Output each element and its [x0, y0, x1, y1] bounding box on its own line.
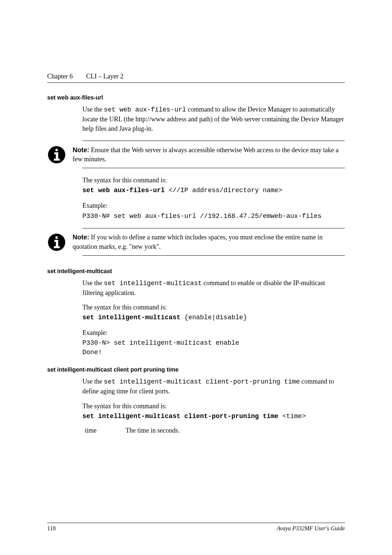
example-output: Done! — [82, 348, 345, 357]
syntax-intro: The syntax for this command is: — [82, 401, 345, 411]
note-text: Note: If you wish to define a name which… — [73, 233, 345, 251]
chapter-header: Chapter 6 CLI – Layer 2 — [47, 73, 345, 80]
example-line: P330-N> set intelligent-multicast enable — [82, 338, 345, 348]
s2-intro: Use the set intelligent-multicast comman… — [82, 278, 345, 297]
syntax-intro: The syntax for this command is: — [82, 303, 345, 312]
svg-rect-3 — [56, 153, 58, 160]
note-divider — [82, 255, 345, 256]
example-line: P330-N# set web aux-files-url //192.168.… — [82, 211, 345, 221]
syntax-line: set web aux-files-url <//IP address/dire… — [82, 186, 345, 195]
svg-rect-4 — [54, 159, 60, 161]
example-label: Example: — [82, 201, 345, 210]
syntax-intro: The syntax for this command is: — [82, 175, 345, 185]
syntax-line: set intelligent-multicast {enable|disabl… — [82, 313, 345, 322]
param-name: time — [85, 427, 97, 434]
heading-set-web-aux-files-url: set web aux-files-url — [47, 94, 345, 101]
info-icon — [47, 233, 66, 252]
heading-set-intelligent-multicast: set intelligent-multicast — [47, 268, 345, 275]
chapter-number: Chapter 6 — [47, 73, 73, 80]
guide-title: Avaya P332MF User's Guide — [277, 525, 345, 532]
svg-rect-9 — [54, 246, 60, 248]
parameter-row: time The time in seconds. — [85, 427, 345, 434]
note-divider — [82, 168, 345, 168]
page-footer: 118 Avaya P332MF User's Guide — [47, 523, 345, 532]
inline-command: set web aux-files-url — [104, 106, 186, 113]
heading-set-intelligent-multicast-client-port-pruning-time: set intelligent-multicast client port pr… — [47, 366, 345, 373]
note-block: Note: If you wish to define a name which… — [47, 228, 345, 256]
inline-command: set intelligent-multicast — [104, 280, 202, 287]
chapter-title: CLI – Layer 2 — [86, 73, 123, 80]
s3-intro: Use the set intelligent-multicast client… — [82, 377, 345, 396]
inline-command: set intelligent-multicast client-port-pr… — [104, 378, 300, 385]
param-desc: The time in seconds. — [126, 427, 180, 434]
note-block: Note: Ensure that the Web server is alwa… — [47, 141, 345, 168]
s1-intro: Use the set web aux-files-url command to… — [82, 105, 345, 133]
info-icon — [47, 145, 66, 164]
syntax-line: set intelligent-multicast client-port-pr… — [82, 412, 345, 421]
footer-divider — [47, 523, 345, 523]
header-divider — [47, 82, 345, 83]
svg-point-1 — [56, 149, 58, 151]
svg-rect-8 — [56, 240, 58, 247]
note-text: Note: Ensure that the Web server is alwa… — [73, 146, 345, 164]
example-label: Example: — [82, 328, 345, 337]
page-number: 118 — [47, 525, 56, 532]
svg-point-6 — [56, 236, 58, 239]
